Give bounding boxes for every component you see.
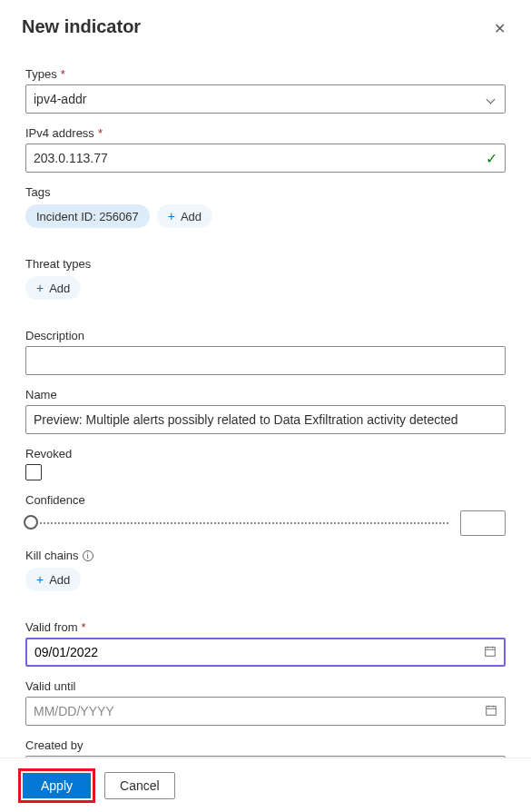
threat-types-add-button[interactable]: +Add [25, 276, 81, 300]
valid-from-label: Valid from * [25, 620, 506, 634]
tag-pill[interactable]: Incident ID: 256067 [25, 204, 150, 228]
confidence-label: Confidence [25, 493, 506, 507]
cancel-button[interactable]: Cancel [104, 772, 175, 799]
description-label: Description [25, 329, 506, 342]
revoked-checkbox[interactable] [25, 464, 42, 480]
types-dropdown[interactable]: ipv4-addr [25, 84, 506, 114]
slider-thumb[interactable] [24, 515, 38, 530]
name-label: Name [25, 388, 506, 401]
kill-chains-add-button[interactable]: +Add [25, 568, 81, 591]
valid-until-label: Valid until [25, 679, 506, 693]
revoked-label: Revoked [25, 447, 506, 460]
calendar-icon[interactable] [484, 645, 497, 660]
valid-from-input[interactable]: 09/01/2022 [25, 638, 506, 667]
apply-button[interactable]: Apply [23, 773, 91, 798]
tag-add-button[interactable]: +Add [157, 204, 212, 228]
types-value: ipv4-addr [34, 92, 86, 106]
plus-icon: + [36, 572, 44, 587]
apply-highlight: Apply [18, 768, 95, 803]
form-scroll-area[interactable]: Types * ipv4-addr IPv4 address * 203.0.1… [0, 54, 531, 758]
calendar-icon[interactable] [485, 704, 497, 719]
plus-icon: + [168, 209, 175, 223]
svg-rect-4 [487, 706, 497, 715]
ipv4-input[interactable]: 203.0.113.77 ✓ [25, 144, 506, 173]
footer-bar: Apply Cancel [0, 758, 531, 812]
description-input[interactable] [25, 346, 506, 375]
tags-label: Tags [25, 185, 506, 199]
types-label: Types * [25, 67, 506, 81]
chevron-down-icon [487, 94, 496, 104]
name-input[interactable]: Preview: Multiple alerts possibly relate… [25, 405, 506, 434]
valid-until-input[interactable]: MM/DD/YYYY [25, 697, 506, 726]
svg-rect-0 [486, 647, 496, 656]
ipv4-value: 203.0.113.77 [34, 151, 108, 165]
close-icon[interactable]: ✕ [490, 16, 509, 41]
created-by-label: Created by [25, 738, 506, 752]
kill-chains-label: Kill chains i [25, 549, 506, 562]
info-icon[interactable]: i [83, 550, 93, 561]
ipv4-label: IPv4 address * [25, 126, 506, 140]
threat-types-label: Threat types [25, 257, 506, 271]
plus-icon: + [36, 281, 44, 295]
checkmark-icon: ✓ [486, 150, 497, 167]
confidence-slider[interactable] [25, 522, 449, 524]
panel-title: New indicator [22, 16, 141, 37]
confidence-value-input[interactable] [460, 510, 506, 536]
